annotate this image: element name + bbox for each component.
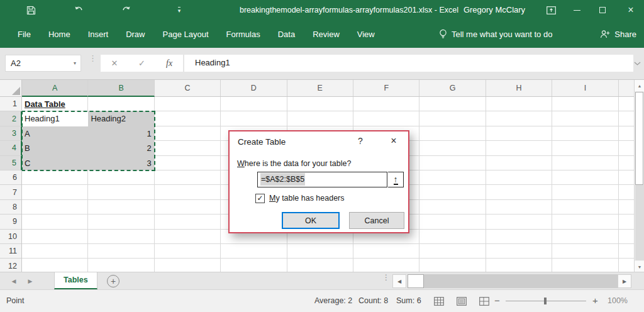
ribbon-tab-view[interactable]: View bbox=[348, 20, 384, 48]
save-icon[interactable] bbox=[23, 0, 39, 20]
zoom-level[interactable]: 100% bbox=[608, 290, 628, 312]
title-bar: ▾ breakingthemodel-arrayformulas-arrayfo… bbox=[0, 0, 644, 20]
cell-A3[interactable]: A bbox=[22, 126, 88, 141]
enter-entry-icon[interactable]: ✓ bbox=[131, 58, 152, 68]
ribbon-tab-page-layout[interactable]: Page Layout bbox=[154, 20, 218, 48]
ribbon-tab-formulas[interactable]: Formulas bbox=[218, 20, 269, 48]
formula-bar-handle-icon[interactable]: ⋮ bbox=[89, 56, 95, 61]
status-average: Average: 2 bbox=[314, 290, 352, 312]
row-header-12[interactable]: 12 bbox=[0, 259, 21, 272]
undo-icon[interactable] bbox=[70, 0, 87, 20]
zoom-out-icon[interactable]: − bbox=[494, 290, 500, 311]
row-header-7[interactable]: 7 bbox=[0, 185, 21, 199]
name-box[interactable]: A2 ▾ bbox=[5, 55, 81, 72]
status-count: Count: 8 bbox=[358, 290, 388, 312]
select-all-button[interactable] bbox=[0, 80, 22, 97]
sheet-tab-strip: ◀ ▶ Tables + ⋮ ◀ ▶ bbox=[0, 272, 644, 289]
column-header-G[interactable]: G bbox=[419, 80, 486, 96]
share-button[interactable]: Share bbox=[600, 20, 636, 48]
cell-A2[interactable]: Heading1 bbox=[22, 111, 88, 126]
ribbon-tab-home[interactable]: Home bbox=[40, 20, 79, 48]
row-header-8[interactable]: 8 bbox=[0, 200, 21, 214]
column-header-row: ABCDEFGHI bbox=[0, 80, 634, 97]
row-header-3[interactable]: 3 bbox=[0, 126, 22, 141]
ribbon-tab-insert[interactable]: Insert bbox=[79, 20, 118, 48]
row-header-5[interactable]: 5 bbox=[0, 156, 22, 170]
vertical-scrollbar[interactable]: ▲ ▼ bbox=[634, 80, 644, 272]
vertical-scroll-track[interactable] bbox=[635, 185, 644, 260]
user-name[interactable]: Gregory McClary bbox=[457, 0, 532, 20]
row-header-10[interactable]: 10 bbox=[0, 230, 21, 244]
formula-buttons: ✕ ✓ fx bbox=[101, 55, 183, 72]
scrollbar-resize-handle-icon[interactable]: ⋮ bbox=[382, 276, 390, 279]
dialog-prompt-label: Where is the data for your table? bbox=[237, 159, 351, 168]
cell-B5[interactable]: 3 bbox=[88, 156, 154, 170]
column-header-E[interactable]: E bbox=[287, 80, 353, 96]
row-header-9[interactable]: 9 bbox=[0, 214, 21, 229]
row-header-4[interactable]: 4 bbox=[0, 141, 22, 155]
redo-icon[interactable] bbox=[118, 0, 135, 20]
zoom-slider-thumb[interactable] bbox=[544, 298, 547, 304]
close-window-icon[interactable]: × bbox=[621, 0, 640, 20]
cancel-entry-icon[interactable]: ✕ bbox=[104, 58, 125, 68]
new-sheet-button[interactable]: + bbox=[107, 275, 119, 287]
formula-bar-input[interactable]: Heading1 bbox=[184, 55, 633, 72]
headers-checkbox-label[interactable]: My table has headers bbox=[269, 194, 345, 203]
cell-B3[interactable]: 1 bbox=[88, 126, 154, 141]
table-range-input[interactable]: =$A$2:$B$5 bbox=[257, 172, 387, 187]
expand-formula-bar-icon[interactable] bbox=[631, 58, 643, 69]
collapse-dialog-icon: ↑ bbox=[394, 175, 398, 185]
row-header-6[interactable]: 6 bbox=[0, 170, 21, 185]
row-header-column: 123456789101112 bbox=[0, 97, 22, 272]
ribbon-tab-draw[interactable]: Draw bbox=[117, 20, 153, 48]
checkmark-icon: ✓ bbox=[257, 194, 263, 203]
scroll-up-icon[interactable]: ▲ bbox=[635, 80, 644, 91]
vertical-scroll-thumb[interactable] bbox=[635, 92, 643, 185]
dialog-help-icon[interactable]: ? bbox=[354, 136, 367, 146]
range-selector-button[interactable]: ↑ bbox=[388, 172, 404, 187]
ok-button[interactable]: OK bbox=[282, 212, 340, 229]
column-header-I[interactable]: I bbox=[552, 80, 618, 96]
scroll-down-icon[interactable]: ▼ bbox=[635, 261, 644, 272]
cell-A5[interactable]: C bbox=[22, 156, 88, 170]
cell-B4[interactable]: 2 bbox=[88, 141, 154, 155]
maximize-icon[interactable] bbox=[593, 0, 612, 20]
scroll-right-icon[interactable]: ▶ bbox=[618, 274, 631, 288]
cancel-button[interactable]: Cancel bbox=[349, 212, 404, 229]
column-header-C[interactable]: C bbox=[155, 80, 221, 96]
row-header-2[interactable]: 2 bbox=[0, 111, 22, 126]
column-header-H[interactable]: H bbox=[486, 80, 552, 96]
qat-customize-icon[interactable]: ▾ bbox=[171, 0, 187, 20]
page-break-preview-icon[interactable] bbox=[478, 295, 491, 308]
row-header-11[interactable]: 11 bbox=[0, 244, 21, 259]
sheet-tab-tables[interactable]: Tables bbox=[54, 272, 97, 289]
ribbon-display-options-icon[interactable] bbox=[541, 0, 560, 20]
cell-B2[interactable]: Heading2 bbox=[88, 111, 154, 126]
zoom-in-icon[interactable]: + bbox=[592, 290, 598, 311]
column-header-F[interactable]: F bbox=[353, 80, 419, 96]
name-box-dropdown-icon[interactable]: ▾ bbox=[74, 55, 76, 71]
horizontal-scroll-thumb[interactable] bbox=[408, 274, 424, 288]
headers-checkbox[interactable]: ✓ bbox=[255, 194, 265, 203]
create-table-dialog: Create Table ? × Where is the data for y… bbox=[228, 130, 409, 233]
ribbon-tab-file[interactable]: File bbox=[9, 20, 40, 48]
previous-sheet-icon[interactable]: ◀ bbox=[6, 272, 21, 290]
cell-A4[interactable]: B bbox=[22, 141, 88, 155]
table-range-value: =$A$2:$B$5 bbox=[260, 173, 305, 186]
column-header-A[interactable]: A bbox=[22, 80, 88, 97]
tell-me-box[interactable]: Tell me what you want to do bbox=[439, 20, 552, 48]
ribbon-tab-review[interactable]: Review bbox=[304, 20, 348, 48]
normal-view-icon[interactable] bbox=[433, 295, 445, 308]
column-header-D[interactable]: D bbox=[221, 80, 287, 96]
ribbon-tab-data[interactable]: Data bbox=[269, 20, 304, 48]
column-header-B[interactable]: B bbox=[88, 80, 154, 97]
scroll-left-icon[interactable]: ◀ bbox=[392, 274, 406, 288]
minimize-icon[interactable] bbox=[567, 0, 586, 20]
next-sheet-icon[interactable]: ▶ bbox=[23, 272, 38, 290]
cell-A1[interactable]: Data Table bbox=[22, 97, 88, 111]
insert-function-icon[interactable]: fx bbox=[159, 58, 180, 69]
page-layout-view-icon[interactable] bbox=[455, 295, 468, 308]
dialog-close-icon[interactable]: × bbox=[386, 135, 402, 147]
horizontal-scroll-track[interactable] bbox=[408, 274, 618, 288]
row-header-1[interactable]: 1 bbox=[0, 97, 21, 111]
